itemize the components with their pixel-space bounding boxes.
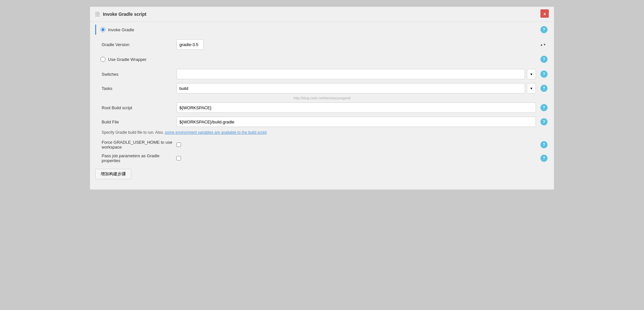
- invoke-gradle-section: Invoke Gradle ?: [90, 22, 554, 37]
- invoke-gradle-content: Invoke Gradle: [95, 24, 536, 35]
- tasks-inner: Tasks ▼: [102, 83, 536, 93]
- force-gradle-checkbox[interactable]: [176, 142, 181, 147]
- root-build-script-control: [176, 102, 536, 113]
- invoke-gradle-help-icon[interactable]: ?: [540, 26, 548, 33]
- switches-inner: Switches ▼: [102, 69, 536, 79]
- switches-label: Switches: [102, 72, 173, 77]
- gradle-version-row: Gradle Version gradle-3.5 gradle-4.0 gra…: [90, 37, 554, 52]
- use-gradle-wrapper-text: Use Gradle Wrapper: [108, 57, 146, 62]
- force-gradle-control: [176, 142, 536, 147]
- force-gradle-help-icon[interactable]: ?: [540, 141, 548, 148]
- pass-job-checkbox[interactable]: [176, 156, 181, 160]
- gradle-version-select[interactable]: gradle-3.5 gradle-4.0 gradle-4.10 gradle…: [176, 39, 204, 50]
- gradle-version-label: Gradle Version: [102, 42, 173, 47]
- force-gradle-label: Force GRADLE_USER_HOME to use workspace: [102, 140, 173, 150]
- gradle-version-select-wrapper: gradle-3.5 gradle-4.0 gradle-4.10 gradle…: [176, 39, 549, 50]
- root-build-script-help-icon[interactable]: ?: [540, 104, 548, 111]
- root-build-script-label: Root Build script: [102, 105, 173, 110]
- build-file-description: Specify Gradle build file to run. Also, …: [90, 129, 554, 138]
- invoke-gradle-radio[interactable]: [100, 27, 106, 32]
- use-gradle-wrapper-help-icon[interactable]: ?: [540, 56, 548, 63]
- root-build-script-row: Root Build script ?: [90, 101, 554, 115]
- select-arrow-icon: ▲▼: [540, 43, 546, 46]
- add-build-step-button[interactable]: 增加构建步骤: [95, 169, 131, 179]
- pass-job-label: Pass job parameters as Gradle properties: [102, 153, 173, 163]
- build-file-inner: Build File: [102, 117, 536, 127]
- pass-job-row: Pass job parameters as Gradle properties…: [90, 151, 554, 165]
- switches-control: ▼: [176, 69, 536, 79]
- watermark-text: http://blog.csdn.net/tianxtaoyougood: [90, 95, 554, 101]
- switches-help-icon[interactable]: ?: [540, 71, 548, 78]
- build-file-row: Build File ?: [90, 115, 554, 129]
- build-file-input[interactable]: [176, 117, 536, 127]
- switches-row: Switches ▼ ?: [90, 67, 554, 81]
- pass-job-checkbox-label[interactable]: [176, 156, 181, 160]
- dialog-header: Invoke Gradle script x ?: [90, 7, 554, 22]
- gradle-version-inner: Gradle Version gradle-3.5 gradle-4.0 gra…: [102, 39, 549, 50]
- invoke-gradle-dialog: Invoke Gradle script x ? Invoke Gradle ?…: [90, 6, 554, 190]
- use-gradle-wrapper-label[interactable]: Use Gradle Wrapper: [100, 57, 146, 62]
- switches-input[interactable]: [176, 69, 525, 79]
- use-gradle-wrapper-section: Use Gradle Wrapper ?: [90, 52, 554, 67]
- use-gradle-wrapper-radio[interactable]: [100, 57, 106, 62]
- tasks-input[interactable]: [176, 83, 525, 93]
- build-file-help-icon[interactable]: ?: [540, 118, 548, 125]
- force-gradle-row: Force GRADLE_USER_HOME to use workspace …: [90, 138, 554, 151]
- tasks-control: ▼: [176, 83, 536, 93]
- description-text-before: Specify Gradle build file to run. Also,: [102, 130, 165, 135]
- build-file-label: Build File: [102, 120, 173, 124]
- build-file-control: [176, 117, 536, 127]
- force-gradle-inner: Force GRADLE_USER_HOME to use workspace: [102, 140, 536, 150]
- gradle-version-control: gradle-3.5 gradle-4.0 gradle-4.10 gradle…: [176, 39, 549, 50]
- root-build-script-input[interactable]: [176, 102, 536, 113]
- description-link[interactable]: some environment variables are available…: [165, 130, 267, 135]
- tasks-help-icon[interactable]: ?: [540, 85, 548, 92]
- dialog-footer: 增加构建步骤: [90, 165, 554, 183]
- pass-job-inner: Pass job parameters as Gradle properties: [102, 153, 536, 163]
- force-gradle-checkbox-label[interactable]: [176, 142, 181, 147]
- tasks-label: Tasks: [102, 86, 173, 91]
- invoke-gradle-label[interactable]: Invoke Gradle: [100, 27, 134, 32]
- dialog-title: Invoke Gradle script: [103, 12, 538, 17]
- tasks-dropdown-btn[interactable]: ▼: [527, 83, 536, 93]
- inactive-indicator: [95, 54, 96, 64]
- switches-dropdown-btn[interactable]: ▼: [527, 69, 536, 79]
- use-gradle-wrapper-content: Use Gradle Wrapper: [95, 54, 536, 64]
- pass-job-control: [176, 156, 536, 160]
- close-button[interactable]: x: [540, 9, 549, 18]
- active-indicator: [95, 24, 96, 35]
- pass-job-help-icon[interactable]: ?: [540, 155, 548, 162]
- root-build-script-inner: Root Build script: [102, 102, 536, 113]
- tasks-row: Tasks ▼ ?: [90, 81, 554, 95]
- drag-handle: [95, 12, 100, 16]
- invoke-gradle-text: Invoke Gradle: [108, 27, 134, 32]
